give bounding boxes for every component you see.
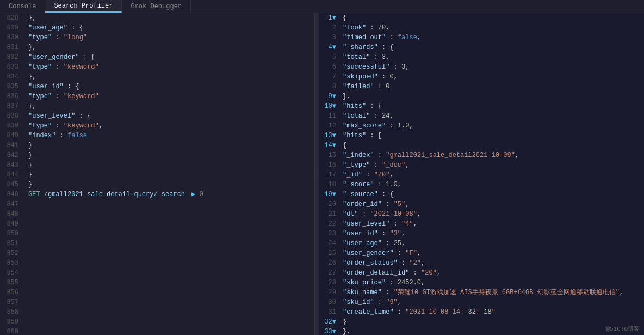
left-code-line [28,317,314,327]
run-button[interactable]: ▶ [191,191,195,198]
left-code-line: "user_id" : { [28,82,314,92]
right-line-num: 11 [319,111,338,121]
right-line-num: 2 [319,23,338,33]
left-line-num: 845 [0,180,22,190]
left-line-num: 854 [0,268,22,278]
result-code: { "took" : 70, "timed_out" : false, "_sh… [342,13,644,335]
right-line-num: 31 [319,307,338,317]
right-code-line: "skipped" : 0, [343,72,644,82]
right-code-line: "total" : 24, [343,111,644,121]
right-line-num[interactable]: 19▼ [319,190,338,199]
left-code-line [28,278,314,288]
result-area[interactable]: 1▼234▼56789▼10▼111213▼14▼1516171819▼2021… [319,13,644,335]
right-code-line: "create_time" : "2021-10-08 14: 32: 18" [343,307,644,317]
left-code-line: }, [28,101,314,111]
left-panel: 8288298308318328338348358368378388398408… [0,13,315,335]
right-code-line: "took" : 70, [343,23,644,33]
left-line-num: 834 [0,72,22,82]
left-line-num: 840 [0,131,22,141]
right-code-line: "_source" : { [343,190,644,199]
right-line-num[interactable]: 13▼ [319,131,338,141]
left-line-num: 836 [0,92,22,101]
left-line-num: 830 [0,33,22,42]
right-line-num: 26 [319,258,338,268]
result-line-numbers: 1▼234▼56789▼10▼111213▼14▼1516171819▼2021… [319,13,342,335]
right-code-line: "user_gender" : "F", [343,248,644,258]
main-container: 8288298308318328338348358368378388398408… [0,13,644,335]
left-line-num: 848 [0,209,22,219]
left-line-num: 832 [0,52,22,62]
left-code-line: }, [28,72,314,82]
query-num: 0 [200,191,203,198]
right-line-num: 8 [319,82,338,92]
left-code-line: "user_age" : { [28,23,314,33]
right-line-num: 6 [319,62,338,72]
right-code-line: { [343,13,644,23]
right-code-line: "user_level" : "4", [343,219,644,229]
right-line-num[interactable]: 32▼ [319,317,338,327]
left-line-num: 857 [0,297,22,307]
right-code-line: "hits" : [ [343,131,644,141]
right-line-num[interactable]: 9▼ [319,92,338,101]
right-code-line: "successful" : 3, [343,62,644,72]
editor-area[interactable]: 8288298308318328338348358368378388398408… [0,13,314,335]
right-code-line: "sku_price" : 2452.0, [343,278,644,288]
right-line-num[interactable]: 4▼ [319,42,338,52]
right-line-num: 12 [319,121,338,131]
right-line-num: 16 [319,160,338,170]
right-line-num[interactable]: 14▼ [319,141,338,150]
right-line-num: 22 [319,219,338,229]
left-line-num: 849 [0,219,22,229]
right-code-line: } [343,317,644,327]
right-line-num: 25 [319,248,338,258]
right-line-num: 28 [319,278,338,288]
left-line-num: 844 [0,170,22,180]
left-code-line: "user_gender" : { [28,52,314,62]
left-code-line: }, [28,13,314,23]
left-line-num: 841 [0,141,22,150]
left-code-line: "index" : false [28,131,314,141]
left-code-line: } [28,141,314,150]
right-line-num[interactable]: 33▼ [319,327,338,335]
right-code-line: "timed_out" : false, [343,33,644,42]
code-content: }, "user_age" : { "type" : "long" }, "us… [26,13,314,335]
right-line-num: 27 [319,268,338,278]
left-code-line: "type" : "keyword" [28,62,314,72]
left-code-line: } [28,160,314,170]
tab-console[interactable]: Console [0,0,45,13]
right-code-line: "sku_name" : "荣耀10 GT游戏加速 AIS手持夜景 6GB+64… [343,288,644,297]
right-code-line: "dt" : "2021-10-08", [343,209,644,219]
left-line-num: 859 [0,317,22,327]
right-line-num: 15 [319,150,338,160]
left-line-num: 833 [0,62,22,72]
left-line-num: 860 [0,327,22,335]
right-code-line: "order_status" : "2", [343,258,644,268]
left-code-line: }, [28,42,314,52]
right-line-num: 18 [319,180,338,190]
left-line-num: 858 [0,307,22,317]
left-code-line [28,307,314,317]
right-line-num: 5 [319,52,338,62]
right-code-line: "_id" : "20", [343,170,644,180]
right-code-line: "_index" : "gmall2021_sale_detail2021-10… [343,150,644,160]
right-code-line: "failed" : 0 [343,82,644,92]
tab-grok-debugger[interactable]: Grok Debugger [122,0,191,13]
right-line-num[interactable]: 10▼ [319,101,338,111]
left-line-num: 835 [0,82,22,92]
left-code-line: } [28,170,314,180]
watermark: @51CTO博客 [606,325,640,333]
left-line-num: 856 [0,288,22,297]
left-line-num: 853 [0,258,22,268]
right-line-num: 7 [319,72,338,82]
tab-search-profiler[interactable]: Search Profiler [45,0,122,13]
right-code-line: "order_detail_id" : "20", [343,268,644,278]
left-code-line: "type" : "keyword" [28,92,314,101]
right-code-line: "sku_id" : "9", [343,297,644,307]
line-numbers: 8288298308318328338348358368378388398408… [0,13,26,335]
right-code-line: "user_age" : 25, [343,239,644,248]
left-line-num: 828 [0,13,22,23]
right-line-num[interactable]: 1▼ [319,13,338,23]
left-line-num: 851 [0,239,22,248]
right-panel: 1▼234▼56789▼10▼111213▼14▼1516171819▼2021… [319,13,644,335]
left-line-num: 842 [0,150,22,160]
